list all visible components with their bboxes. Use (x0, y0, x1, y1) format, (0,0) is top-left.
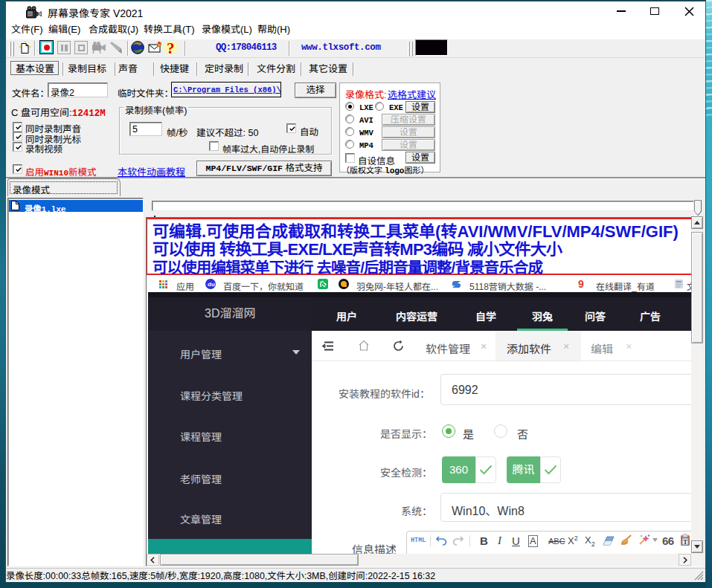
svg-text:T: T (683, 538, 687, 546)
